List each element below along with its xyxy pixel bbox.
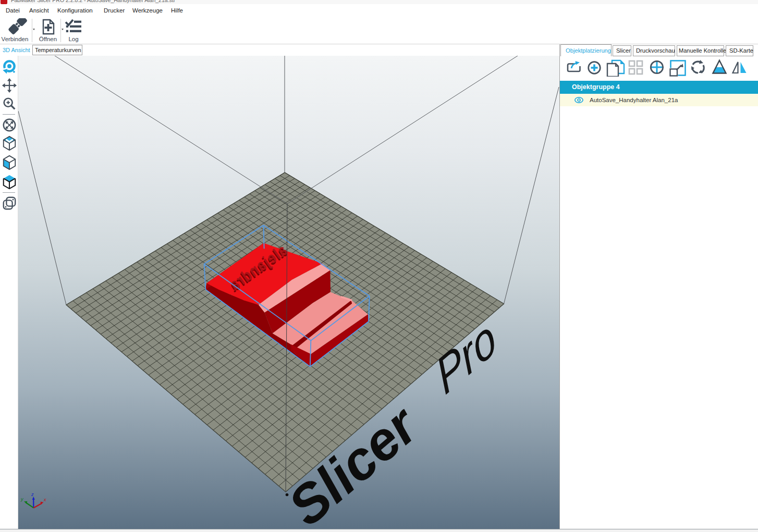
- svg-text:y: y: [20, 497, 23, 502]
- svg-text:x: x: [43, 497, 46, 502]
- svg-text:z: z: [31, 492, 34, 497]
